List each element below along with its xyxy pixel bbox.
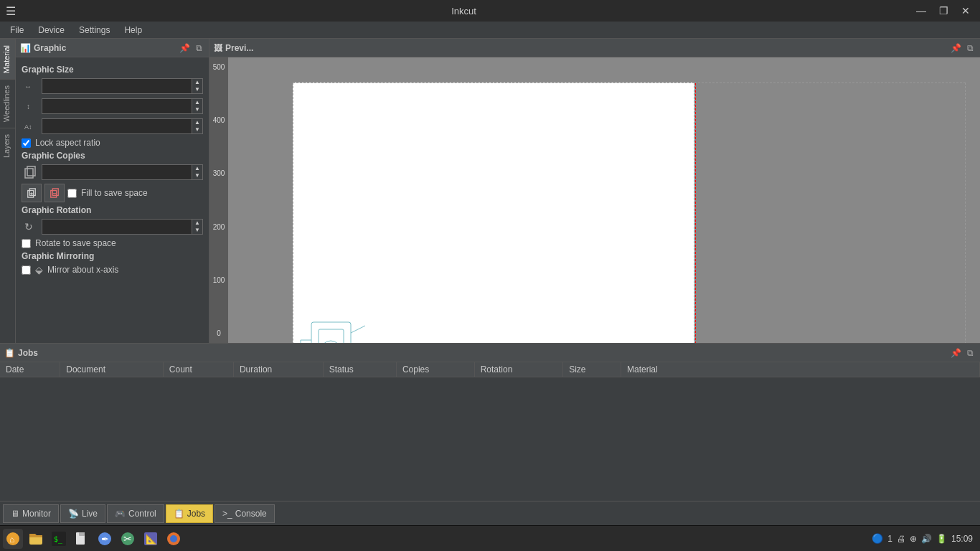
control-button[interactable]: 🎮 Control bbox=[107, 504, 164, 523]
graphic-panel-title: 📊 Graphic bbox=[20, 43, 66, 53]
col-rotation[interactable]: Rotation bbox=[474, 362, 563, 377]
ruler-300: 300 bbox=[213, 169, 225, 177]
preview-float-button[interactable]: ⧉ bbox=[965, 42, 976, 54]
titlebar-title: Inkcut bbox=[16, 6, 912, 17]
console-icon: >_ bbox=[222, 509, 232, 519]
rotation-input[interactable]: 90.00 ° bbox=[42, 220, 192, 233]
close-button[interactable]: ✕ bbox=[957, 4, 974, 18]
rotate-save-checkbox[interactable] bbox=[22, 239, 31, 248]
copies-increment[interactable]: ▲ bbox=[192, 165, 202, 172]
menu-help[interactable]: Help bbox=[117, 24, 149, 37]
height-input[interactable]: 120.00 mm bbox=[42, 100, 192, 113]
taskbar-icon-terminal[interactable]: $_ bbox=[49, 529, 69, 549]
add-copy-button[interactable] bbox=[22, 184, 42, 202]
pin-button[interactable]: 📌 bbox=[177, 42, 192, 54]
network-icon: ⊕ bbox=[910, 534, 917, 544]
scale-decrement[interactable]: ▼ bbox=[192, 126, 202, 133]
scale-spin-buttons: ▲ ▼ bbox=[192, 119, 202, 133]
live-button[interactable]: 📡 Live bbox=[60, 504, 105, 523]
hamburger-menu[interactable]: ☰ bbox=[6, 4, 16, 18]
bluetooth-status: 🔵 bbox=[872, 533, 883, 544]
rotation-increment[interactable]: ▲ bbox=[192, 220, 202, 227]
col-document[interactable]: Document bbox=[60, 362, 164, 377]
col-size[interactable]: Size bbox=[563, 362, 621, 377]
height-increment[interactable]: ▲ bbox=[192, 99, 202, 106]
width-increment[interactable]: ▲ bbox=[192, 79, 202, 86]
preview-header-buttons: 📌 ⧉ bbox=[948, 42, 976, 54]
scale-input-container: 434.41 % ▲ ▼ bbox=[42, 118, 203, 134]
preview-pin-button[interactable]: 📌 bbox=[948, 42, 963, 54]
svg-rect-13 bbox=[311, 322, 351, 343]
height-row: ↕ 120.00 mm ▲ ▼ bbox=[22, 98, 203, 115]
jobs-pin-button[interactable]: 📌 bbox=[948, 347, 963, 359]
canvas-container bbox=[235, 79, 973, 336]
width-decrement[interactable]: ▼ bbox=[192, 86, 202, 93]
col-date[interactable]: Date bbox=[0, 362, 60, 377]
svg-point-15 bbox=[321, 341, 341, 343]
graphic-panel: 📊 Graphic 📌 ⧉ Graphic Size ↔ 149.91 mm bbox=[16, 39, 209, 343]
svg-rect-6 bbox=[29, 189, 35, 196]
menu-file[interactable]: File bbox=[3, 24, 31, 37]
copies-buttons-row: Fill to save space bbox=[22, 184, 203, 202]
rotate-save-label[interactable]: Rotate to save space bbox=[35, 238, 116, 248]
restore-button[interactable]: ❐ bbox=[935, 4, 953, 18]
taskbar-icon-draw[interactable]: 📐 bbox=[141, 529, 161, 549]
remove-copy-button[interactable] bbox=[44, 184, 65, 202]
fill-space-label[interactable]: Fill to save space bbox=[81, 188, 148, 198]
scale-icon: A↕ bbox=[22, 118, 39, 135]
svg-rect-10 bbox=[52, 189, 58, 196]
sidebar-tab-material[interactable]: Material bbox=[0, 39, 15, 79]
float-button[interactable]: ⧉ bbox=[194, 42, 204, 54]
taskbar-icon-inkcut[interactable]: ✂ bbox=[118, 529, 138, 549]
mirror-x-icon: ⬙ bbox=[35, 264, 43, 276]
ruler-0: 0 bbox=[217, 329, 221, 337]
sidebar-tab-weedlines[interactable]: Weedlines bbox=[0, 79, 15, 128]
titlebar-controls: — ❐ ✕ bbox=[912, 4, 974, 18]
taskbar-icon-folder[interactable] bbox=[26, 529, 46, 549]
col-count[interactable]: Count bbox=[163, 362, 233, 377]
taskbar-icon-firefox[interactable] bbox=[164, 529, 184, 549]
taskbar-icon-inkscape[interactable]: ✒ bbox=[95, 529, 115, 549]
monitor-button[interactable]: 🖥 Monitor bbox=[3, 504, 59, 523]
console-button[interactable]: >_ Console bbox=[215, 504, 275, 523]
mirror-x-label[interactable]: Mirror about x-axis bbox=[47, 265, 118, 275]
rotate-save-row: Rotate to save space bbox=[22, 238, 203, 248]
mirror-x-checkbox[interactable] bbox=[22, 265, 31, 275]
height-input-container: 120.00 mm ▲ ▼ bbox=[42, 98, 203, 114]
fill-space-checkbox[interactable] bbox=[67, 189, 77, 198]
jobs-table-header: Date Document Count Duration Status Copi… bbox=[0, 362, 980, 377]
sidebar-tabs: Material Weedlines Layers bbox=[0, 39, 16, 343]
cutting-mat bbox=[293, 83, 694, 343]
preview-title-text: Previ... bbox=[225, 43, 253, 53]
graphic-panel-content: Graphic Size ↔ 149.91 mm ▲ ▼ bbox=[16, 57, 209, 343]
control-label: Control bbox=[128, 509, 156, 519]
menu-settings[interactable]: Settings bbox=[72, 24, 117, 37]
preview-header: 🖼 Previ... 📌 ⧉ bbox=[209, 39, 980, 57]
copies-input[interactable]: 1 bbox=[42, 166, 192, 179]
scale-increment[interactable]: ▲ bbox=[192, 119, 202, 126]
menu-device[interactable]: Device bbox=[31, 24, 72, 37]
lock-aspect-checkbox[interactable] bbox=[22, 138, 31, 148]
jobs-float-button[interactable]: ⧉ bbox=[965, 347, 976, 359]
lock-aspect-label[interactable]: Lock aspect ratio bbox=[35, 138, 100, 148]
svg-point-39 bbox=[170, 535, 177, 542]
rotation-decrement[interactable]: ▼ bbox=[192, 227, 202, 234]
width-input[interactable]: 149.91 mm bbox=[42, 80, 192, 93]
jobs-button[interactable]: 📋 Jobs bbox=[166, 504, 213, 523]
col-duration[interactable]: Duration bbox=[233, 362, 323, 377]
col-copies[interactable]: Copies bbox=[396, 362, 474, 377]
taskbar-icon-home[interactable]: ⌂ bbox=[3, 529, 23, 549]
col-status[interactable]: Status bbox=[323, 362, 396, 377]
height-decrement[interactable]: ▼ bbox=[192, 106, 202, 113]
graphic-mirroring-label: Graphic Mirroring bbox=[22, 251, 203, 261]
copies-decrement[interactable]: ▼ bbox=[192, 172, 202, 179]
width-row: ↔ 149.91 mm ▲ ▼ bbox=[22, 77, 203, 95]
col-material[interactable]: Material bbox=[621, 362, 980, 377]
sidebar-tab-layers[interactable]: Layers bbox=[0, 128, 15, 164]
scale-input[interactable]: 434.41 % bbox=[42, 120, 192, 133]
svg-text:✒: ✒ bbox=[101, 534, 109, 545]
minimize-button[interactable]: — bbox=[912, 4, 930, 18]
taskbar-icon-files[interactable] bbox=[72, 529, 92, 549]
width-icon: ↔ bbox=[22, 77, 39, 95]
graphic-svg bbox=[297, 311, 376, 343]
